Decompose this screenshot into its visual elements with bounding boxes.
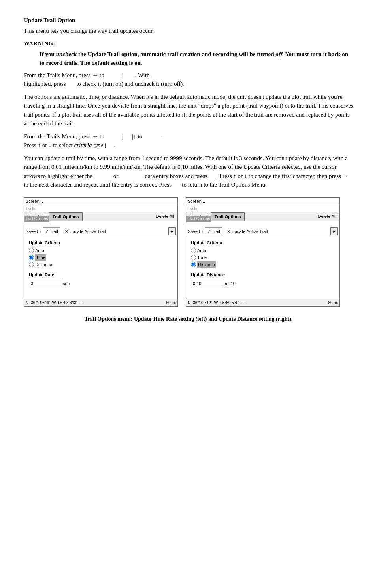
right-rate-unit: mi/10 [225, 280, 236, 287]
intro-text: This menu lets you change the way trail … [24, 26, 353, 36]
para1: From the Trails Menu, press → to | . Wit… [24, 71, 353, 89]
right-trails-label: Trails [186, 205, 339, 212]
left-tab-trail-options[interactable]: Trail Options [49, 212, 83, 221]
left-rate-input[interactable]: 3 [29, 280, 60, 288]
warning-block: If you uncheck the Update Trail option, … [40, 50, 353, 68]
left-trails-label: Trails [24, 205, 177, 212]
right-rate-section: Update Distance 0.10 mi/10 [191, 272, 335, 287]
left-criteria-section: Update Criteria Auto Time Distance [29, 240, 173, 268]
left-screen-panel: Screen... Trails New Trail Trail Options… [24, 197, 178, 307]
right-scale: 80 mi [328, 300, 338, 306]
right-tab-delete-all[interactable]: Delete All [315, 212, 339, 221]
left-criteria-title: Update Criteria [29, 240, 173, 246]
left-radio-distance: Distance [29, 261, 173, 268]
caption: Trail Options menu: Update Time Rate set… [24, 315, 353, 323]
left-rate-unit: sec [63, 280, 70, 287]
right-dropdown-label: Trail Options [186, 216, 211, 222]
warning-label: WARNING: [24, 39, 353, 48]
right-criteria-title: Update Criteria [191, 240, 335, 246]
right-saved-label: Saved ↑ [188, 228, 204, 235]
left-rate-title: Update Rate [29, 272, 173, 278]
right-rate-input[interactable]: 0.10 [191, 280, 222, 288]
right-radio-time: Time [191, 254, 335, 261]
left-radio-auto: Auto [29, 248, 173, 254]
left-saved-label: Saved ↑ [26, 228, 41, 235]
left-rate-input-row: 3 sec [29, 280, 173, 288]
left-screen-footer: N 36°14.646' W 96°03.313' ↔ 60 mi [24, 299, 177, 306]
left-scale: 60 mi [166, 300, 176, 306]
right-enter-btn[interactable]: ↵ [330, 227, 338, 236]
right-radio-auto: Auto [191, 248, 335, 254]
left-tab-delete-all[interactable]: Delete All [153, 212, 177, 221]
left-check-trail: ✓ Trail [43, 227, 60, 236]
para4: You can update a trail by time, with a r… [24, 154, 353, 189]
left-radio-time: Time [29, 254, 173, 261]
section-title: Update Trail Option [24, 16, 353, 25]
right-coord-dir-lat: N [188, 300, 190, 306]
para3: From the Trails Menu, press → to | |↓ to… [24, 132, 353, 150]
left-coord-dir-lat: N [26, 300, 28, 306]
right-rate-title: Update Distance [191, 272, 335, 278]
left-rate-section: Update Rate 3 sec [29, 272, 173, 287]
left-screen-topbar: Screen... [24, 198, 177, 206]
right-check-trail: ✓ Trail [205, 227, 222, 236]
right-rate-input-row: 0.10 mi/10 [191, 280, 335, 288]
right-coord-lon: 95°50.579' [220, 300, 239, 306]
left-coord-lat: 36°14.646' [31, 300, 50, 306]
page-content: Update Trail Option This menu lets you c… [24, 16, 353, 323]
right-tab-trail-options[interactable]: Trail Options [211, 212, 245, 221]
right-screen-row2: Saved ↑ ✓ Trail ✕ Update Active Trail ↵ [186, 227, 339, 237]
left-screen-row2: Saved ↑ ✓ Trail ✕ Update Active Trail ↵ [24, 227, 177, 237]
left-coord-lon: 96°03.313' [58, 300, 77, 306]
right-coord-lat: 36°10.712' [193, 300, 212, 306]
left-dropdown-label: Trail Options [24, 216, 49, 222]
left-update-active: ✕ Update Active Trail [65, 228, 167, 235]
left-coord-dir-lon: W [52, 300, 56, 306]
right-radio-distance: Distance [191, 261, 335, 268]
right-screen-body: Update Criteria Auto Time Distance Updat… [186, 236, 339, 299]
left-enter-btn[interactable]: ↵ [168, 227, 176, 236]
diagram-row: Screen... Trails New Trail Trail Options… [24, 197, 353, 307]
right-update-active: ✕ Update Active Trail [227, 228, 329, 235]
right-criteria-section: Update Criteria Auto Time Distance [191, 240, 335, 268]
right-screen-panel: Screen... Trails New Trail Trail Options… [186, 197, 340, 307]
right-screen-topbar: Screen... [186, 198, 339, 206]
right-screen-footer: N 36°10.712' W 95°50.579' ↔ 80 mi [186, 299, 339, 306]
left-screen-body: Update Criteria Auto Time Distance Updat… [24, 236, 177, 299]
right-coord-dir-lon: W [214, 300, 218, 306]
para2: The options are automatic, time, or dist… [24, 93, 353, 128]
